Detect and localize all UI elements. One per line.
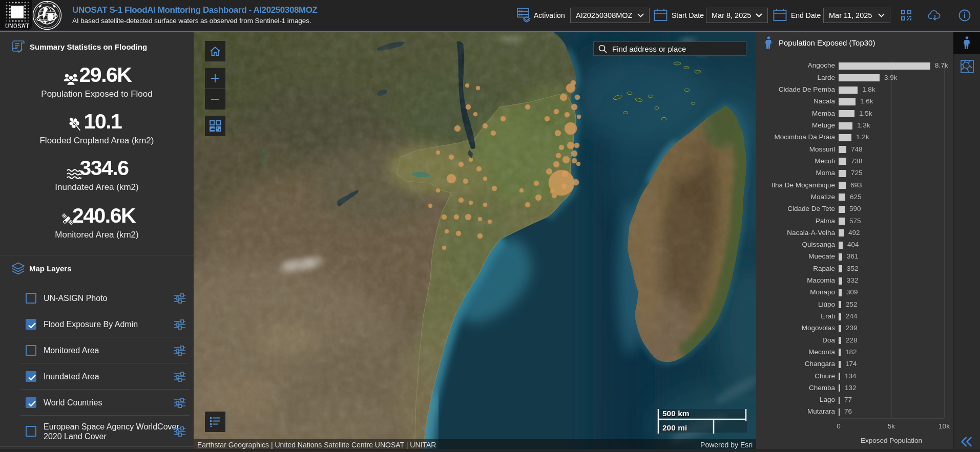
svg-text:200 mi: 200 mi xyxy=(662,423,687,432)
svg-text:500 km: 500 km xyxy=(662,409,690,418)
svg-text:UNOSAT: UNOSAT xyxy=(5,23,30,29)
